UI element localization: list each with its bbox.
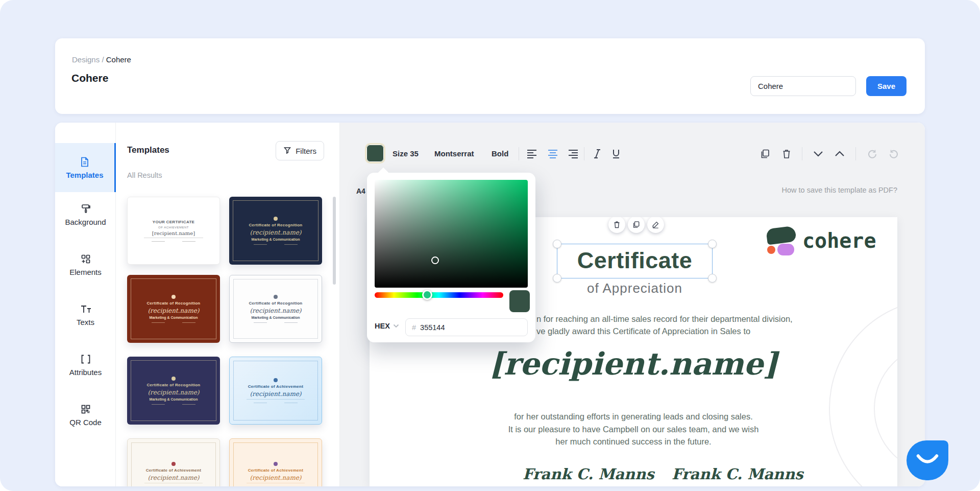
header-card: Designs / Cohere Cohere Save: [55, 38, 925, 114]
thumb-recipient: (recipient.name): [148, 474, 199, 481]
breadcrumb-current: Cohere: [106, 55, 131, 64]
sidebar-item-label: Texts: [77, 318, 94, 326]
thumb-title: Certificate of Achievement: [248, 468, 303, 473]
redo-button[interactable]: [887, 147, 900, 160]
funnel-icon: [283, 146, 291, 156]
send-backward-button[interactable]: [812, 147, 825, 160]
sidebar-item-label: QR Code: [69, 418, 102, 427]
sidebar-item-attributes[interactable]: Attributes: [55, 354, 116, 386]
template-thumbnail[interactable]: Certificate of Recognition (recipient.na…: [229, 275, 322, 343]
template-thumbnail[interactable]: Certificate of Achievement (recipient.na…: [229, 438, 322, 486]
hue-slider-handle[interactable]: [422, 290, 432, 300]
save-button[interactable]: Save: [866, 76, 906, 96]
sidebar-rail: Templates Background Elements Texts: [55, 123, 116, 486]
text-color-swatch[interactable]: [365, 143, 385, 163]
selection-mini-toolbar: [608, 217, 664, 233]
color-format-dropdown[interactable]: HEX: [375, 322, 399, 330]
color-picker-popup: HEX #: [367, 173, 535, 342]
thumb-recipient: (recipient.name): [148, 307, 199, 314]
duplicate-button[interactable]: [758, 147, 772, 160]
selected-text-element[interactable]: Certificate: [557, 244, 713, 278]
app-background: Designs / Cohere Cohere Save Templates B…: [0, 0, 980, 491]
results-label: All Results: [127, 171, 162, 179]
templates-panel-title: Templates: [127, 145, 169, 155]
thumb-title: Certificate of Recognition: [146, 301, 200, 306]
breadcrumb: Designs / Cohere: [72, 55, 131, 64]
signature-right[interactable]: Frank C. Manns: [672, 465, 779, 483]
template-thumbnail[interactable]: Certificate of Recognition (recipient.na…: [127, 275, 220, 343]
elements-grid-icon: [80, 253, 91, 265]
sidebar-item-texts[interactable]: Texts: [55, 303, 116, 336]
template-thumbnail[interactable]: Certificate of Achievement (recipient.na…: [127, 438, 220, 486]
sidebar-item-label: Background: [65, 218, 106, 226]
align-center-button[interactable]: [546, 147, 559, 160]
thumb-subtitle: OF ACHIEVEMENT: [158, 226, 189, 229]
thumb-recipient: (recipient.name): [250, 474, 301, 481]
filters-button[interactable]: Filters: [276, 141, 324, 160]
thumb-detail: Marketing & Communication: [252, 316, 300, 319]
bring-forward-button[interactable]: [833, 147, 846, 160]
thumb-detail: Marketing & Communication: [252, 238, 300, 241]
thumb-detail: Marketing & Communication: [150, 316, 198, 319]
italic-button[interactable]: [591, 147, 604, 160]
thumb-recipient: (recipient.name): [250, 390, 301, 398]
hex-input-field[interactable]: #: [405, 318, 528, 336]
pdf-help-link[interactable]: How to save this template as PDF?: [782, 186, 897, 194]
signature-left[interactable]: Frank C. Manns: [523, 465, 630, 483]
template-thumbnail[interactable]: YOUR CERTIFICATE OF ACHIEVEMENT [recipie…: [127, 197, 220, 265]
thumb-recipient: (recipient.name): [250, 229, 301, 236]
delete-button[interactable]: [780, 147, 793, 160]
thumb-detail: Marketing & Communication: [150, 398, 198, 401]
sidebar-item-label: Elements: [69, 268, 102, 276]
saturation-cursor[interactable]: [431, 256, 439, 264]
recipient-placeholder-text[interactable]: [recipient.name]: [370, 346, 897, 382]
breadcrumb-root[interactable]: Designs: [72, 55, 100, 64]
paint-roller-icon: [80, 203, 91, 215]
undo-button[interactable]: [866, 147, 879, 160]
hue-slider[interactable]: [375, 292, 503, 298]
brackets-icon: [80, 354, 92, 365]
thumb-title: Certificate of Achievement: [146, 468, 201, 473]
element-duplicate-button[interactable]: [628, 217, 645, 233]
paragraph-line: It is our pleasure to have Campbell on o…: [370, 423, 897, 436]
certificate-paragraph[interactable]: for her outstanding efforts in generatin…: [370, 410, 897, 448]
underline-button[interactable]: [609, 147, 623, 160]
template-thumbnail[interactable]: Certificate of Recognition (recipient.na…: [229, 197, 322, 265]
chat-launcher-button[interactable]: [906, 440, 948, 480]
thumb-recipient: (recipient.name): [148, 389, 199, 396]
smile-icon: [914, 453, 941, 467]
certificate-title-text[interactable]: Certificate: [557, 247, 712, 274]
texts-icon: [80, 303, 92, 315]
sidebar-item-elements[interactable]: Elements: [55, 253, 116, 286]
align-right-button[interactable]: [567, 147, 580, 160]
paragraph-line: her much continued success in the future…: [370, 435, 897, 448]
certificate-subtitle-text[interactable]: of Appreciation: [557, 280, 713, 296]
element-edit-button[interactable]: [647, 217, 664, 233]
thumb-title: Certificate of Achievement: [248, 384, 303, 389]
qr-code-icon: [80, 404, 91, 415]
font-size-dropdown[interactable]: Size 35: [393, 149, 419, 158]
sidebar-item-qr-code[interactable]: QR Code: [55, 404, 116, 436]
font-family-dropdown[interactable]: Montserrat: [434, 149, 474, 158]
sidebar-item-templates[interactable]: Templates: [55, 143, 116, 192]
filters-label: Filters: [296, 147, 316, 155]
thumb-recipient: [recipient.name]: [152, 230, 195, 236]
saturation-area[interactable]: [375, 180, 528, 288]
design-name-input[interactable]: [750, 76, 856, 96]
page-size-dropdown[interactable]: A4: [356, 187, 365, 195]
thumb-recipient: (recipient.name): [250, 307, 301, 314]
template-thumbnail[interactable]: Certificate of Achievement (recipient.na…: [229, 357, 322, 425]
paragraph-line: for her outstanding efforts in generatin…: [370, 410, 897, 423]
templates-icon: [79, 156, 90, 168]
certificate-body-line2[interactable]: ve gladly award this Certificate of Appr…: [536, 326, 750, 336]
align-left-button[interactable]: [525, 147, 538, 160]
popup-arrow: [378, 168, 389, 179]
font-weight-dropdown[interactable]: Bold: [492, 149, 508, 158]
certificate-body-line1[interactable]: n for reaching an all-time sales record …: [536, 314, 793, 324]
breadcrumb-separator: /: [102, 55, 104, 64]
sidebar-item-background[interactable]: Background: [55, 203, 116, 236]
template-thumbnail[interactable]: Certificate of Recognition (recipient.na…: [127, 357, 220, 425]
hex-value-input[interactable]: [420, 323, 521, 332]
templates-scrollbar[interactable]: [333, 197, 336, 285]
element-delete-button[interactable]: [608, 217, 625, 233]
